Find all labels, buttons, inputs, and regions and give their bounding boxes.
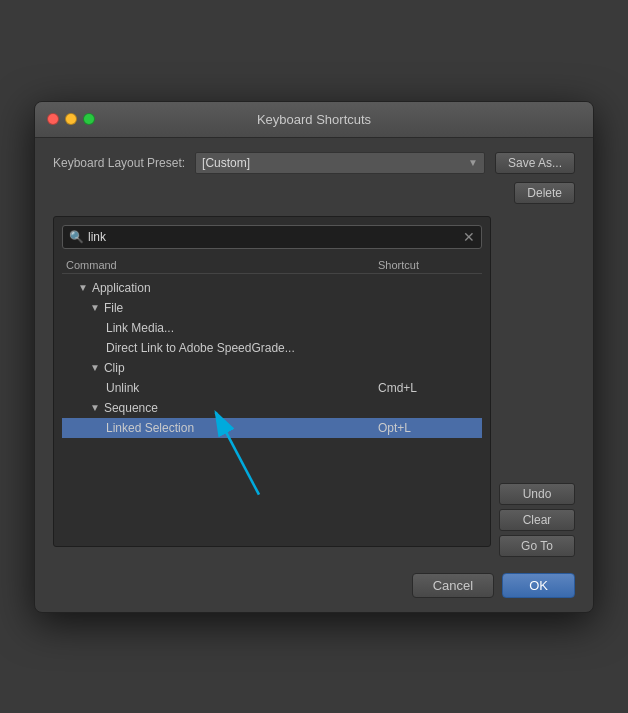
clear-search-icon[interactable]: ✕: [463, 230, 475, 244]
cancel-button[interactable]: Cancel: [412, 573, 494, 598]
side-buttons-wrap: Undo Clear Go To: [499, 216, 575, 557]
preset-label: Keyboard Layout Preset:: [53, 156, 185, 170]
tree-item-clip[interactable]: ▼ Clip: [62, 358, 482, 378]
tree-item-file[interactable]: ▼ File: [62, 298, 482, 318]
tree-label: Unlink: [106, 381, 378, 395]
undo-button[interactable]: Undo: [499, 483, 575, 505]
tree-shortcut: Cmd+L: [378, 381, 478, 395]
tree-item-sequence[interactable]: ▼ Sequence: [62, 398, 482, 418]
delete-row: Delete: [53, 182, 575, 204]
tree-item-link-media[interactable]: Link Media...: [62, 318, 482, 338]
keyboard-shortcuts-window: Keyboard Shortcuts Keyboard Layout Prese…: [34, 101, 594, 613]
clear-button[interactable]: Clear: [499, 509, 575, 531]
ok-button[interactable]: OK: [502, 573, 575, 598]
expand-arrow-icon: ▼: [78, 282, 88, 293]
main-panel-wrap: 🔍 ✕ Command Shortcut ▼ Appl: [53, 216, 491, 557]
goto-button[interactable]: Go To: [499, 535, 575, 557]
expand-arrow-icon: ▼: [90, 402, 100, 413]
delete-button[interactable]: Delete: [514, 182, 575, 204]
minimize-button[interactable]: [65, 113, 77, 125]
window-title: Keyboard Shortcuts: [257, 112, 371, 127]
tree-item-linked-selection[interactable]: Linked Selection Opt+L: [62, 418, 482, 438]
action-row: Cancel OK: [53, 567, 575, 598]
expand-arrow-icon: ▼: [90, 362, 100, 373]
shortcut-column-header: Shortcut: [378, 259, 478, 271]
tree-label: Linked Selection: [106, 421, 378, 435]
tree-label: Direct Link to Adobe SpeedGrade...: [106, 341, 378, 355]
tree-label: Clip: [104, 361, 378, 375]
tree-item-application[interactable]: ▼ Application: [62, 278, 482, 298]
search-input[interactable]: [88, 230, 463, 244]
tree-item-unlink[interactable]: Unlink Cmd+L: [62, 378, 482, 398]
tree-label: Application: [92, 281, 378, 295]
preset-value: [Custom]: [202, 156, 250, 170]
window-controls: [47, 113, 95, 125]
save-as-button[interactable]: Save As...: [495, 152, 575, 174]
titlebar: Keyboard Shortcuts: [35, 102, 593, 138]
main-panel: 🔍 ✕ Command Shortcut ▼ Appl: [53, 216, 491, 547]
search-bar[interactable]: 🔍 ✕: [62, 225, 482, 249]
tree-label: Sequence: [104, 401, 378, 415]
maximize-button[interactable]: [83, 113, 95, 125]
chevron-down-icon: ▼: [468, 157, 478, 168]
tree-label: Link Media...: [106, 321, 378, 335]
preset-row: Keyboard Layout Preset: [Custom] ▼ Save …: [53, 152, 575, 174]
table-header: Command Shortcut: [62, 257, 482, 274]
tree-shortcut: Opt+L: [378, 421, 478, 435]
preset-dropdown[interactable]: [Custom] ▼: [195, 152, 485, 174]
expand-arrow-icon: ▼: [90, 302, 100, 313]
window-body: Keyboard Layout Preset: [Custom] ▼ Save …: [35, 138, 593, 612]
close-button[interactable]: [47, 113, 59, 125]
command-column-header: Command: [66, 259, 378, 271]
tree-label: File: [104, 301, 378, 315]
main-content-row: 🔍 ✕ Command Shortcut ▼ Appl: [53, 216, 575, 557]
search-icon: 🔍: [69, 230, 84, 244]
command-tree: ▼ Application ▼ File: [62, 278, 482, 538]
tree-item-direct-link[interactable]: Direct Link to Adobe SpeedGrade...: [62, 338, 482, 358]
